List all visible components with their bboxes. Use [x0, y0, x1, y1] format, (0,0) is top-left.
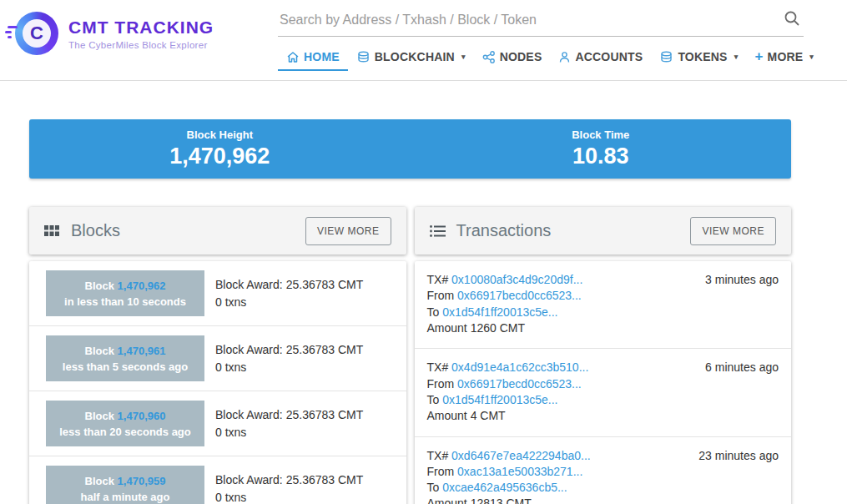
block-list-item: Block 1,470,960 less than 20 seconds ago…: [29, 391, 406, 456]
nav-label: BLOCKCHAIN: [375, 50, 455, 63]
tx-label: TX#: [427, 273, 449, 286]
home-icon: [286, 51, 300, 63]
block-info: Block Award:25.36783 CMT 0 txns: [215, 341, 363, 376]
blocks-panel-header: Blocks VIEW MORE: [29, 207, 406, 255]
blocks-panel: Blocks VIEW MORE Block 1,470,962 in less…: [29, 207, 406, 504]
block-award-value: 25.36783 CMT: [286, 473, 364, 486]
nav-label: NODES: [500, 50, 542, 63]
tx-from-label: From: [427, 465, 455, 478]
block-badge: Block 1,470,962 in less than 10 seconds: [46, 270, 204, 316]
search-button[interactable]: [782, 10, 802, 29]
tx-from-label: From: [427, 289, 455, 302]
block-time-label: Block Time: [572, 129, 629, 141]
logo[interactable]: C CMT TRACKING The CyberMiles Block Expl…: [0, 0, 214, 55]
nav-item-more[interactable]: + MORE ▾: [746, 45, 822, 71]
block-txns: 0 txns: [215, 294, 363, 311]
block-info: Block Award:25.36783 CMT 0 txns: [215, 276, 363, 311]
transactions-view-more-button[interactable]: VIEW MORE: [690, 217, 776, 245]
grid-icon: [44, 224, 61, 238]
tx-to-link[interactable]: 0x1d54f1ff20013c5e...: [442, 305, 557, 319]
blocks-view-more-button[interactable]: VIEW MORE: [305, 217, 391, 245]
block-badge: Block 1,470,961 less than 5 seconds ago: [46, 335, 204, 381]
tx-from-label: From: [427, 377, 455, 391]
tx-to-label: To: [427, 305, 440, 319]
accounts-person-icon: [558, 51, 571, 63]
cmt-logo-icon: C: [15, 12, 58, 55]
chevron-down-icon: ▾: [734, 53, 739, 61]
block-info: Block Award:25.36783 CMT 0 txns: [215, 406, 363, 441]
transactions-list: TX# 0x10080af3c4d9c20d9f... From 0x66917…: [415, 261, 792, 504]
logo-monogram: C: [23, 19, 51, 48]
tx-label: TX#: [427, 360, 449, 374]
block-award-label: Block Award:: [215, 408, 283, 421]
nav-label: HOME: [304, 50, 340, 63]
tx-amount-value: 4 CMT: [471, 409, 506, 422]
nav-item-tokens[interactable]: TOKENS ▾: [651, 45, 746, 71]
block-time-stat: Block Time 10.83: [411, 119, 792, 179]
logo-text: CMT TRACKING The CyberMiles Block Explor…: [68, 18, 214, 50]
tx-from-link[interactable]: 0x66917becd0cc6523...: [457, 377, 582, 391]
app-subtitle: The CyberMiles Block Explorer: [68, 40, 214, 50]
block-height-value: 1,470,962: [169, 144, 270, 169]
tx-to-link[interactable]: 0xcae462a495636cb5...: [442, 481, 567, 494]
block-txns: 0 txns: [215, 489, 363, 504]
list-icon: [430, 224, 446, 238]
search-bar: [278, 0, 804, 37]
block-label: Block: [85, 280, 114, 292]
transaction-list-item: TX# 0x10080af3c4d9c20d9f... From 0x66917…: [415, 261, 792, 349]
search-input[interactable]: [280, 13, 782, 28]
app-header: C CMT TRACKING The CyberMiles Block Expl…: [0, 0, 847, 81]
block-list-item: Block 1,470,959 half a minute ago Block …: [29, 456, 406, 504]
tx-to-link[interactable]: 0x1d54f1ff20013c5e...: [442, 393, 557, 406]
tx-hash-link[interactable]: 0xd6467e7ea422294ba0...: [451, 449, 591, 462]
block-time-value: 10.83: [572, 144, 629, 169]
blocks-panel-title: Blocks: [71, 221, 305, 240]
tx-from-link[interactable]: 0x66917becd0cc6523...: [457, 289, 582, 302]
tx-from-link[interactable]: 0xac13a1e50033b271...: [457, 465, 582, 478]
block-award-label: Block Award:: [215, 473, 283, 486]
tx-amount-label: Amount: [427, 496, 467, 504]
nav-item-home[interactable]: HOME: [278, 45, 348, 71]
tx-amount-value: 1260 CMT: [471, 321, 525, 335]
app-title: CMT TRACKING: [68, 18, 214, 38]
tx-amount-label: Amount: [427, 409, 467, 422]
nodes-icon: [482, 51, 496, 63]
transactions-panel: Transactions VIEW MORE TX# 0x10080af3c4d…: [415, 207, 792, 504]
plus-icon: +: [754, 51, 763, 63]
block-award-value: 25.36783 CMT: [286, 278, 364, 291]
block-number-link[interactable]: 1,470,959: [118, 475, 166, 487]
content-panels: Blocks VIEW MORE Block 1,470,962 in less…: [29, 207, 791, 504]
block-info: Block Award:25.36783 CMT 0 txns: [215, 471, 363, 504]
nav-item-accounts[interactable]: ACCOUNTS: [550, 45, 651, 71]
block-badge: Block 1,470,959 half a minute ago: [46, 466, 204, 504]
block-number-link[interactable]: 1,470,961: [118, 345, 166, 357]
tx-amount-value: 12813 CMT: [471, 496, 532, 504]
chevron-down-icon: ▾: [461, 53, 466, 61]
nav-item-nodes[interactable]: NODES: [474, 45, 551, 71]
search-icon: [784, 10, 800, 27]
block-label: Block: [85, 410, 114, 422]
block-age: in less than 10 seconds: [64, 295, 186, 308]
chevron-down-icon: ▾: [809, 53, 814, 61]
block-txns: 0 txns: [215, 359, 363, 376]
block-number-link[interactable]: 1,470,960: [118, 410, 166, 422]
main-nav: HOME BLOCKCHAIN ▾ NODES: [278, 45, 804, 71]
block-label: Block: [85, 345, 114, 357]
tx-hash-link[interactable]: 0x10080af3c4d9c20d9f...: [451, 273, 582, 286]
block-number-link[interactable]: 1,470,962: [118, 280, 166, 292]
nav-item-blockchain[interactable]: BLOCKCHAIN ▾: [348, 45, 474, 71]
tx-timestamp: 23 minutes ago: [698, 448, 779, 464]
tx-amount-label: Amount: [427, 321, 467, 335]
tx-timestamp: 3 minutes ago: [705, 272, 779, 288]
block-award-label: Block Award:: [215, 343, 283, 356]
transaction-list-item: TX# 0xd6467e7ea422294ba0... From 0xac13a…: [415, 437, 792, 504]
tx-hash-link[interactable]: 0x4d91e4a1c62cc3b510...: [451, 360, 588, 374]
tx-to-label: To: [427, 393, 440, 406]
block-height-label: Block Height: [187, 129, 253, 141]
nav-label: TOKENS: [678, 50, 727, 63]
blocks-list: Block 1,470,962 in less than 10 seconds …: [29, 261, 406, 504]
transactions-panel-title: Transactions: [456, 221, 691, 240]
block-age: less than 5 seconds ago: [63, 360, 188, 373]
block-list-item: Block 1,470,962 in less than 10 seconds …: [29, 261, 406, 326]
block-height-stat: Block Height 1,470,962: [29, 119, 411, 179]
